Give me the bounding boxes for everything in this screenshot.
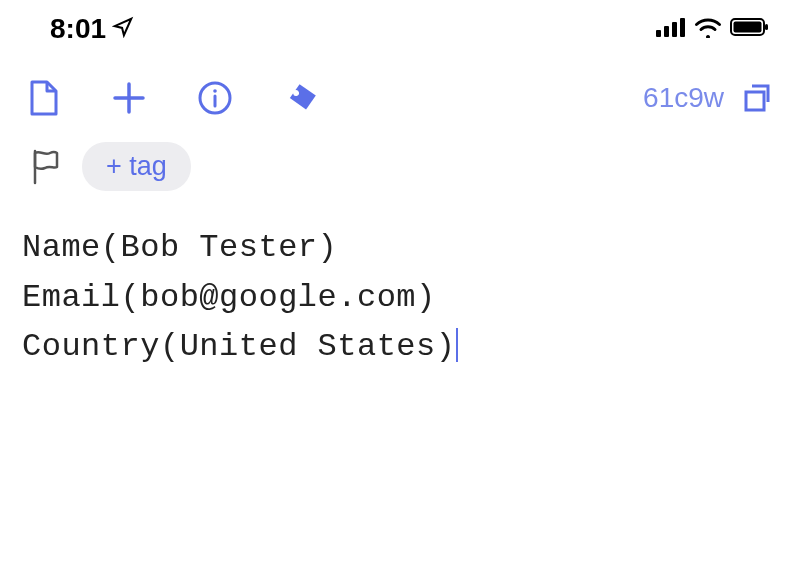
status-bar: 8:01 [0,0,800,54]
svg-rect-6 [765,24,768,30]
status-time: 8:01 [50,13,106,45]
location-icon [112,13,134,45]
cellular-icon [656,17,686,41]
document-id: 61c9w [643,82,724,114]
info-button[interactable] [196,79,234,117]
status-indicators [656,16,770,42]
svg-rect-3 [680,18,685,37]
flag-icon[interactable] [28,147,62,187]
svg-rect-1 [664,26,669,37]
add-tag-button[interactable]: + tag [82,142,191,191]
wifi-icon [694,16,722,42]
copy-button[interactable] [742,82,774,114]
battery-icon [730,17,770,41]
tag-row: + tag [0,134,800,209]
content-line-1: Name(Bob Tester) [22,229,337,266]
tag-button[interactable] [282,78,322,118]
status-time-group: 8:01 [50,13,134,45]
svg-rect-13 [746,92,764,110]
text-cursor [456,328,458,362]
content-line-2: Email(bob@google.com) [22,279,436,316]
content-line-3: Country(United States) [22,328,455,365]
svg-rect-0 [656,30,661,37]
svg-rect-2 [672,22,677,37]
toolbar-left [26,78,322,118]
add-button[interactable] [110,79,148,117]
svg-point-10 [213,89,217,93]
editor-content[interactable]: Name(Bob Tester) Email(bob@google.com) C… [0,209,800,386]
svg-rect-5 [734,22,762,33]
new-document-button[interactable] [26,78,62,118]
toolbar: 61c9w [0,54,800,134]
toolbar-right: 61c9w [643,82,774,114]
